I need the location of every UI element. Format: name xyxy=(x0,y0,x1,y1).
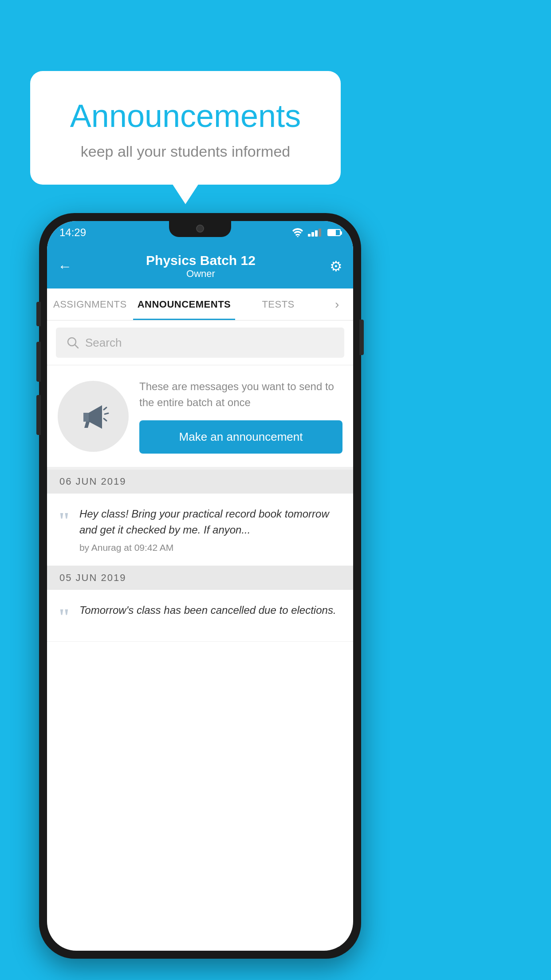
app-header: ← Physics Batch 12 Owner ⚙ xyxy=(47,244,353,288)
camera xyxy=(196,225,204,233)
announcement-icon-circle xyxy=(58,381,129,452)
status-time: 14:29 xyxy=(59,226,86,239)
back-button[interactable]: ← xyxy=(58,258,72,275)
tab-assignments[interactable]: ASSIGNMENTS xyxy=(47,288,133,320)
status-icons xyxy=(292,228,341,237)
screen-content: Search xyxy=(47,320,353,951)
svg-line-6 xyxy=(104,419,106,421)
tab-bar: ASSIGNMENTS ANNOUNCEMENTS TESTS › xyxy=(47,288,353,320)
search-bar[interactable]: Search xyxy=(56,328,344,358)
announcement-meta-1: by Anurag at 09:42 AM xyxy=(79,542,342,553)
make-announcement-button[interactable]: Make an announcement xyxy=(139,420,342,454)
announcement-right: These are messages you want to send to t… xyxy=(139,379,342,454)
announcement-description: These are messages you want to send to t… xyxy=(139,379,342,411)
megaphone-icon xyxy=(75,399,111,434)
announcement-text-section-2: Tomorrow's class has been cancelled due … xyxy=(79,602,342,623)
date-divider-1: 06 JUN 2019 xyxy=(47,470,353,494)
wifi-icon xyxy=(292,228,303,237)
speech-bubble-title: Announcements xyxy=(52,98,319,134)
volume-down-button xyxy=(36,395,41,435)
volume-up-button xyxy=(36,342,41,382)
svg-line-2 xyxy=(75,345,78,348)
speech-bubble-subtitle: keep all your students informed xyxy=(52,143,319,160)
header-title-section: Physics Batch 12 Owner xyxy=(72,253,330,280)
svg-point-0 xyxy=(297,236,299,237)
quote-icon-2: " xyxy=(58,606,71,629)
power-button xyxy=(359,320,364,355)
search-icon xyxy=(67,336,79,349)
speech-bubble-section: Announcements keep all your students inf… xyxy=(30,71,341,185)
phone-mockup: 14:29 xyxy=(39,213,361,959)
signal-icon xyxy=(308,229,321,237)
svg-line-4 xyxy=(104,407,106,410)
owner-label: Owner xyxy=(72,268,330,280)
quote-icon-1: " xyxy=(58,510,71,533)
svg-rect-3 xyxy=(83,413,89,422)
announcement-message-1: Hey class! Bring your practical record b… xyxy=(79,506,342,538)
search-placeholder: Search xyxy=(85,336,122,350)
tab-tests[interactable]: TESTS xyxy=(235,288,321,320)
announcement-text-section-1: Hey class! Bring your practical record b… xyxy=(79,506,342,553)
search-bar-container: Search xyxy=(47,320,353,365)
notch xyxy=(169,221,231,237)
mute-button xyxy=(36,302,41,326)
settings-button[interactable]: ⚙ xyxy=(330,258,342,275)
tab-announcements[interactable]: ANNOUNCEMENTS xyxy=(133,288,236,320)
phone-outer: 14:29 xyxy=(39,213,361,959)
announcement-item-2[interactable]: " Tomorrow's class has been cancelled du… xyxy=(47,590,353,642)
battery-icon xyxy=(327,229,341,236)
phone-screen: 14:29 xyxy=(47,221,353,951)
announcement-item-1[interactable]: " Hey class! Bring your practical record… xyxy=(47,494,353,566)
speech-bubble: Announcements keep all your students inf… xyxy=(30,71,341,185)
svg-line-5 xyxy=(105,413,108,414)
announcement-prompt: These are messages you want to send to t… xyxy=(47,365,353,470)
batch-name: Physics Batch 12 xyxy=(72,253,330,268)
announcement-message-2: Tomorrow's class has been cancelled due … xyxy=(79,602,342,618)
tab-more[interactable]: › xyxy=(321,288,353,320)
date-divider-2: 05 JUN 2019 xyxy=(47,566,353,590)
